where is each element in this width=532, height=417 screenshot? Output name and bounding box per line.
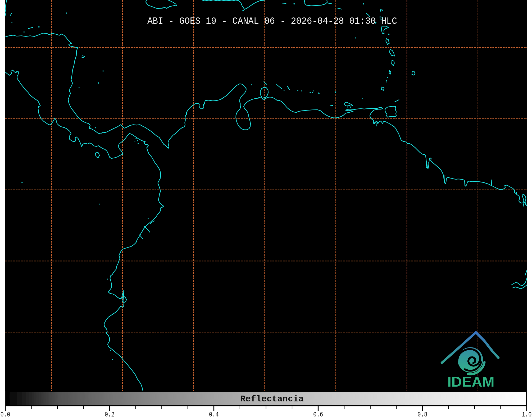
- svg-text:0.0: 0.0: [1, 411, 10, 417]
- svg-text:1.0: 1.0: [522, 411, 532, 417]
- svg-text:0.2: 0.2: [105, 411, 115, 417]
- svg-text:Reflectancia: Reflectancia: [240, 394, 304, 404]
- svg-text:0.4: 0.4: [209, 411, 219, 417]
- svg-text:IDEAM: IDEAM: [447, 374, 494, 389]
- svg-text:0.8: 0.8: [417, 411, 427, 417]
- svg-text:0.6: 0.6: [313, 411, 323, 417]
- svg-text:ABI - GOES 19 - CANAL 06 - 202: ABI - GOES 19 - CANAL 06 - 2026-04-28 01…: [147, 16, 397, 27]
